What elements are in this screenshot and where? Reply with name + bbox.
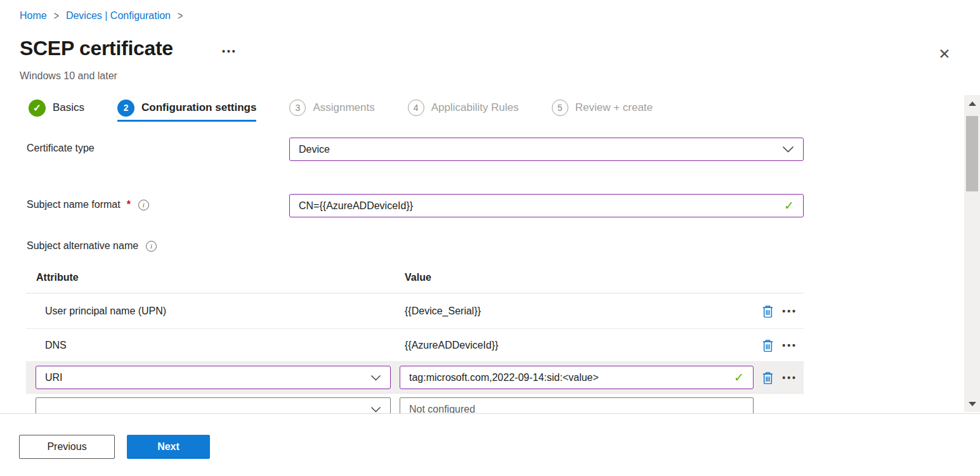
san-table: Attribute Value User principal name (UPN…	[26, 262, 804, 414]
row-value: {{Device_Serial}}	[405, 306, 804, 317]
chevron-down-icon	[370, 406, 381, 413]
wizard-content: ✓ Basics 2 Configuration settings 3 Assi…	[0, 91, 980, 414]
delete-row-icon[interactable]	[762, 371, 774, 384]
table-row[interactable]: DNS {{AzureADDeviceId}} •••	[26, 329, 804, 362]
subject-alternative-name-label: Subject alternative name i	[27, 240, 157, 252]
value-field[interactable]: ✓	[400, 366, 754, 389]
step-assignments[interactable]: 3 Assignments	[289, 94, 374, 121]
row-more-icon[interactable]: •••	[782, 341, 797, 350]
step-complete-check-icon: ✓	[29, 100, 46, 117]
step-2-badge: 2	[117, 100, 134, 117]
table-row-new[interactable]	[26, 394, 804, 414]
step-5-badge: 5	[552, 100, 568, 116]
value-field-empty[interactable]	[400, 397, 754, 414]
info-icon[interactable]: i	[138, 200, 149, 210]
previous-button[interactable]: Previous	[19, 435, 115, 459]
certificate-type-value: Device	[299, 144, 777, 155]
scroll-up-icon[interactable]	[964, 98, 980, 109]
row-attribute: User principal name (UPN)	[26, 306, 405, 317]
step-assignments-label: Assignments	[313, 101, 374, 114]
column-header-attribute: Attribute	[26, 272, 79, 283]
certificate-type-dropdown[interactable]: Device	[289, 138, 804, 161]
value-input[interactable]	[409, 372, 729, 383]
wizard-footer: Previous Next	[19, 435, 210, 459]
chevron-down-icon	[782, 146, 794, 153]
certificate-type-label-text: Certificate type	[27, 143, 95, 154]
row-more-icon[interactable]: •••	[782, 307, 797, 316]
san-table-header: Attribute Value	[26, 262, 804, 293]
scrollbar-thumb[interactable]	[966, 116, 978, 191]
certificate-type-label: Certificate type	[27, 143, 95, 154]
step-configuration-settings[interactable]: 2 Configuration settings	[117, 94, 256, 121]
vertical-scrollbar[interactable]	[964, 95, 980, 412]
delete-row-icon[interactable]	[762, 338, 774, 352]
valid-check-icon: ✓	[784, 200, 794, 212]
step-configuration-settings-label: Configuration settings	[141, 101, 256, 114]
wizard-steps: ✓ Basics 2 Configuration settings 3 Assi…	[29, 94, 686, 121]
page-subtitle: Windows 10 and later	[20, 70, 117, 82]
step-applicability-rules[interactable]: 4 Applicability Rules	[408, 94, 519, 121]
table-row-editing[interactable]: URI ✓ •••	[26, 362, 804, 394]
attribute-dropdown[interactable]: URI	[36, 366, 391, 389]
subject-alternative-name-label-text: Subject alternative name	[27, 240, 138, 252]
value-input-empty[interactable]	[409, 404, 744, 415]
step-review-create[interactable]: 5 Review + create	[552, 94, 653, 121]
breadcrumb-home[interactable]: Home	[20, 10, 47, 22]
subject-name-format-label: Subject name format * i	[27, 199, 149, 210]
required-marker: *	[127, 199, 131, 210]
info-icon[interactable]: i	[146, 241, 157, 252]
more-actions-icon[interactable]: •••	[222, 47, 237, 56]
breadcrumb-devices-configuration[interactable]: Devices | Configuration	[66, 10, 171, 22]
attribute-dropdown-empty[interactable]	[36, 397, 391, 414]
subject-name-format-label-text: Subject name format	[27, 199, 121, 210]
row-value: {{AzureADDeviceId}}	[405, 340, 804, 351]
chevron-down-icon	[370, 375, 381, 381]
row-more-icon[interactable]: •••	[782, 373, 797, 382]
table-row[interactable]: User principal name (UPN) {{Device_Seria…	[26, 293, 804, 329]
scroll-down-icon[interactable]	[964, 398, 980, 409]
breadcrumb-separator: >	[178, 10, 183, 22]
next-button[interactable]: Next	[127, 435, 210, 459]
step-basics[interactable]: ✓ Basics	[29, 94, 84, 121]
step-review-create-label: Review + create	[575, 101, 653, 114]
breadcrumb: Home > Devices | Configuration >	[20, 10, 190, 22]
row-attribute: DNS	[26, 340, 405, 351]
step-applicability-rules-label: Applicability Rules	[431, 101, 519, 114]
page-title: SCEP certificate	[20, 37, 173, 60]
step-basics-label: Basics	[53, 101, 84, 114]
column-header-value: Value	[405, 272, 431, 283]
step-4-badge: 4	[408, 100, 424, 116]
step-3-badge: 3	[289, 100, 306, 116]
subject-name-format-input[interactable]	[299, 200, 779, 212]
close-icon[interactable]: ✕	[934, 43, 955, 65]
attribute-dropdown-value: URI	[45, 372, 365, 383]
subject-name-format-field[interactable]: ✓	[289, 194, 804, 217]
breadcrumb-separator: >	[54, 10, 59, 22]
delete-row-icon[interactable]	[762, 304, 774, 318]
valid-check-icon: ✓	[734, 371, 744, 383]
